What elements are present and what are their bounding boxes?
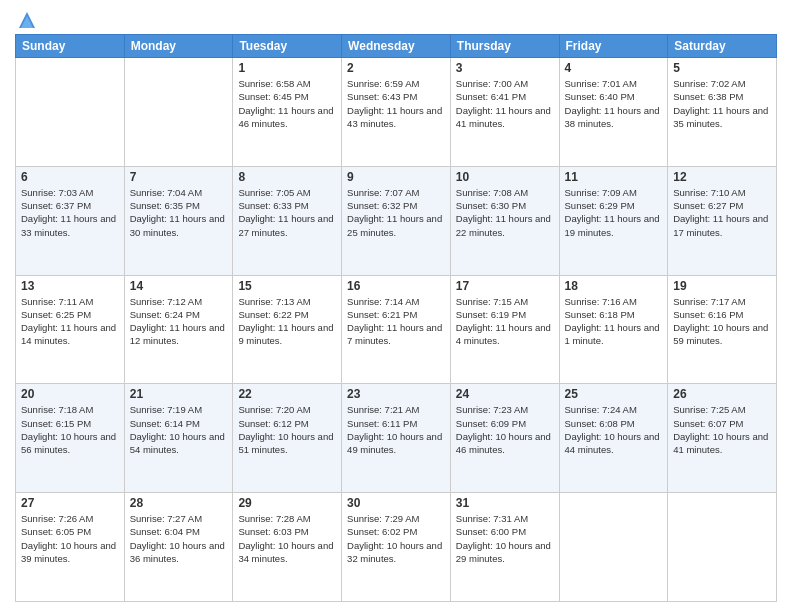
day-info: Sunrise: 7:07 AM Sunset: 6:32 PM Dayligh… <box>347 186 445 239</box>
calendar-cell: 4Sunrise: 7:01 AM Sunset: 6:40 PM Daylig… <box>559 58 668 167</box>
calendar-week-row: 6Sunrise: 7:03 AM Sunset: 6:37 PM Daylig… <box>16 166 777 275</box>
calendar-cell: 23Sunrise: 7:21 AM Sunset: 6:11 PM Dayli… <box>342 384 451 493</box>
day-info: Sunrise: 7:19 AM Sunset: 6:14 PM Dayligh… <box>130 403 228 456</box>
calendar-cell: 29Sunrise: 7:28 AM Sunset: 6:03 PM Dayli… <box>233 493 342 602</box>
day-number: 2 <box>347 61 445 75</box>
day-number: 13 <box>21 279 119 293</box>
day-number: 27 <box>21 496 119 510</box>
calendar-cell: 3Sunrise: 7:00 AM Sunset: 6:41 PM Daylig… <box>450 58 559 167</box>
day-number: 29 <box>238 496 336 510</box>
day-info: Sunrise: 7:28 AM Sunset: 6:03 PM Dayligh… <box>238 512 336 565</box>
calendar-cell: 1Sunrise: 6:58 AM Sunset: 6:45 PM Daylig… <box>233 58 342 167</box>
day-number: 26 <box>673 387 771 401</box>
day-number: 19 <box>673 279 771 293</box>
day-number: 3 <box>456 61 554 75</box>
day-number: 18 <box>565 279 663 293</box>
day-info: Sunrise: 7:13 AM Sunset: 6:22 PM Dayligh… <box>238 295 336 348</box>
calendar-cell: 21Sunrise: 7:19 AM Sunset: 6:14 PM Dayli… <box>124 384 233 493</box>
calendar-cell: 28Sunrise: 7:27 AM Sunset: 6:04 PM Dayli… <box>124 493 233 602</box>
logo-icon <box>17 10 37 30</box>
logo <box>15 10 37 26</box>
day-info: Sunrise: 7:31 AM Sunset: 6:00 PM Dayligh… <box>456 512 554 565</box>
calendar-cell: 18Sunrise: 7:16 AM Sunset: 6:18 PM Dayli… <box>559 275 668 384</box>
day-info: Sunrise: 6:58 AM Sunset: 6:45 PM Dayligh… <box>238 77 336 130</box>
calendar-day-header: Wednesday <box>342 35 451 58</box>
calendar-header-row: SundayMondayTuesdayWednesdayThursdayFrid… <box>16 35 777 58</box>
day-info: Sunrise: 7:25 AM Sunset: 6:07 PM Dayligh… <box>673 403 771 456</box>
day-info: Sunrise: 7:20 AM Sunset: 6:12 PM Dayligh… <box>238 403 336 456</box>
calendar-cell: 19Sunrise: 7:17 AM Sunset: 6:16 PM Dayli… <box>668 275 777 384</box>
day-number: 10 <box>456 170 554 184</box>
calendar-cell: 26Sunrise: 7:25 AM Sunset: 6:07 PM Dayli… <box>668 384 777 493</box>
calendar-cell: 13Sunrise: 7:11 AM Sunset: 6:25 PM Dayli… <box>16 275 125 384</box>
day-number: 6 <box>21 170 119 184</box>
calendar-cell: 24Sunrise: 7:23 AM Sunset: 6:09 PM Dayli… <box>450 384 559 493</box>
day-info: Sunrise: 7:18 AM Sunset: 6:15 PM Dayligh… <box>21 403 119 456</box>
calendar-week-row: 27Sunrise: 7:26 AM Sunset: 6:05 PM Dayli… <box>16 493 777 602</box>
calendar-day-header: Friday <box>559 35 668 58</box>
day-info: Sunrise: 7:03 AM Sunset: 6:37 PM Dayligh… <box>21 186 119 239</box>
day-number: 30 <box>347 496 445 510</box>
calendar-cell <box>668 493 777 602</box>
calendar-cell: 12Sunrise: 7:10 AM Sunset: 6:27 PM Dayli… <box>668 166 777 275</box>
header <box>15 10 777 26</box>
calendar-cell: 10Sunrise: 7:08 AM Sunset: 6:30 PM Dayli… <box>450 166 559 275</box>
calendar-cell: 22Sunrise: 7:20 AM Sunset: 6:12 PM Dayli… <box>233 384 342 493</box>
page: SundayMondayTuesdayWednesdayThursdayFrid… <box>0 0 792 612</box>
day-info: Sunrise: 7:21 AM Sunset: 6:11 PM Dayligh… <box>347 403 445 456</box>
calendar-cell: 9Sunrise: 7:07 AM Sunset: 6:32 PM Daylig… <box>342 166 451 275</box>
day-info: Sunrise: 7:29 AM Sunset: 6:02 PM Dayligh… <box>347 512 445 565</box>
calendar-week-row: 20Sunrise: 7:18 AM Sunset: 6:15 PM Dayli… <box>16 384 777 493</box>
day-info: Sunrise: 7:09 AM Sunset: 6:29 PM Dayligh… <box>565 186 663 239</box>
day-info: Sunrise: 7:12 AM Sunset: 6:24 PM Dayligh… <box>130 295 228 348</box>
day-info: Sunrise: 7:23 AM Sunset: 6:09 PM Dayligh… <box>456 403 554 456</box>
day-number: 12 <box>673 170 771 184</box>
day-info: Sunrise: 6:59 AM Sunset: 6:43 PM Dayligh… <box>347 77 445 130</box>
day-info: Sunrise: 7:24 AM Sunset: 6:08 PM Dayligh… <box>565 403 663 456</box>
day-info: Sunrise: 7:26 AM Sunset: 6:05 PM Dayligh… <box>21 512 119 565</box>
calendar-cell: 8Sunrise: 7:05 AM Sunset: 6:33 PM Daylig… <box>233 166 342 275</box>
calendar-cell: 16Sunrise: 7:14 AM Sunset: 6:21 PM Dayli… <box>342 275 451 384</box>
calendar-cell: 6Sunrise: 7:03 AM Sunset: 6:37 PM Daylig… <box>16 166 125 275</box>
calendar-day-header: Monday <box>124 35 233 58</box>
day-number: 1 <box>238 61 336 75</box>
day-info: Sunrise: 7:04 AM Sunset: 6:35 PM Dayligh… <box>130 186 228 239</box>
day-number: 11 <box>565 170 663 184</box>
calendar-cell <box>16 58 125 167</box>
calendar-cell: 2Sunrise: 6:59 AM Sunset: 6:43 PM Daylig… <box>342 58 451 167</box>
day-number: 5 <box>673 61 771 75</box>
calendar-cell: 17Sunrise: 7:15 AM Sunset: 6:19 PM Dayli… <box>450 275 559 384</box>
day-number: 28 <box>130 496 228 510</box>
day-info: Sunrise: 7:11 AM Sunset: 6:25 PM Dayligh… <box>21 295 119 348</box>
calendar-week-row: 1Sunrise: 6:58 AM Sunset: 6:45 PM Daylig… <box>16 58 777 167</box>
day-number: 16 <box>347 279 445 293</box>
calendar-table: SundayMondayTuesdayWednesdayThursdayFrid… <box>15 34 777 602</box>
day-number: 31 <box>456 496 554 510</box>
calendar-week-row: 13Sunrise: 7:11 AM Sunset: 6:25 PM Dayli… <box>16 275 777 384</box>
day-number: 4 <box>565 61 663 75</box>
calendar-day-header: Tuesday <box>233 35 342 58</box>
day-info: Sunrise: 7:05 AM Sunset: 6:33 PM Dayligh… <box>238 186 336 239</box>
day-number: 22 <box>238 387 336 401</box>
day-info: Sunrise: 7:15 AM Sunset: 6:19 PM Dayligh… <box>456 295 554 348</box>
calendar-cell <box>124 58 233 167</box>
day-info: Sunrise: 7:02 AM Sunset: 6:38 PM Dayligh… <box>673 77 771 130</box>
day-info: Sunrise: 7:14 AM Sunset: 6:21 PM Dayligh… <box>347 295 445 348</box>
day-info: Sunrise: 7:00 AM Sunset: 6:41 PM Dayligh… <box>456 77 554 130</box>
day-info: Sunrise: 7:17 AM Sunset: 6:16 PM Dayligh… <box>673 295 771 348</box>
calendar-day-header: Sunday <box>16 35 125 58</box>
day-number: 9 <box>347 170 445 184</box>
day-number: 17 <box>456 279 554 293</box>
calendar-cell: 27Sunrise: 7:26 AM Sunset: 6:05 PM Dayli… <box>16 493 125 602</box>
day-number: 24 <box>456 387 554 401</box>
calendar-cell: 20Sunrise: 7:18 AM Sunset: 6:15 PM Dayli… <box>16 384 125 493</box>
calendar-cell: 30Sunrise: 7:29 AM Sunset: 6:02 PM Dayli… <box>342 493 451 602</box>
day-number: 15 <box>238 279 336 293</box>
calendar-day-header: Saturday <box>668 35 777 58</box>
calendar-day-header: Thursday <box>450 35 559 58</box>
day-info: Sunrise: 7:01 AM Sunset: 6:40 PM Dayligh… <box>565 77 663 130</box>
day-number: 7 <box>130 170 228 184</box>
day-info: Sunrise: 7:08 AM Sunset: 6:30 PM Dayligh… <box>456 186 554 239</box>
day-info: Sunrise: 7:27 AM Sunset: 6:04 PM Dayligh… <box>130 512 228 565</box>
day-info: Sunrise: 7:16 AM Sunset: 6:18 PM Dayligh… <box>565 295 663 348</box>
